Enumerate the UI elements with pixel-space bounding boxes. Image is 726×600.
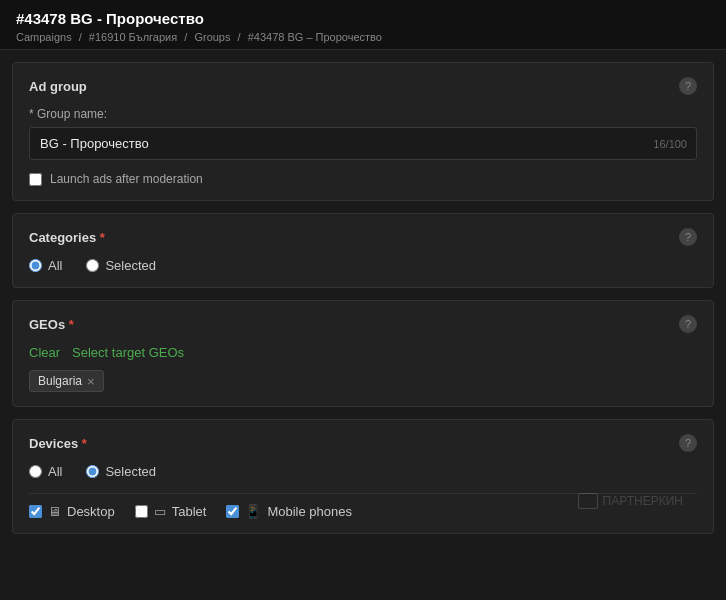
devices-section-header: Devices * ? — [29, 434, 697, 452]
categories-info-icon[interactable]: ? — [679, 228, 697, 246]
desktop-label: Desktop — [67, 504, 115, 519]
mobile-label: Mobile phones — [267, 504, 352, 519]
geo-tag-bulgaria-close[interactable]: × — [87, 375, 95, 388]
group-name-input[interactable] — [29, 127, 697, 160]
tablet-label: Tablet — [172, 504, 207, 519]
adgroup-section-header: Ad group ? — [29, 77, 697, 95]
devices-info-icon[interactable]: ? — [679, 434, 697, 452]
devices-selected-label: Selected — [105, 464, 156, 479]
geos-clear-link[interactable]: Clear — [29, 345, 60, 360]
launch-after-moderation-label[interactable]: Launch ads after moderation — [50, 172, 203, 186]
launch-after-moderation-row: Launch ads after moderation — [29, 172, 697, 186]
geos-select-link[interactable]: Select target GEOs — [72, 345, 184, 360]
char-count: 16/100 — [653, 138, 687, 150]
categories-section-title: Categories * — [29, 230, 105, 245]
categories-section: Categories * ? All Selected — [12, 213, 714, 288]
geos-section-title: GEOs * — [29, 317, 74, 332]
page-title: #43478 BG - Пророчество — [16, 10, 710, 27]
device-desktop-checkbox[interactable] — [29, 505, 42, 518]
watermark: ПАРТНЕРКИН — [578, 493, 683, 509]
categories-all-radio[interactable] — [29, 259, 42, 272]
devices-selected-radio[interactable] — [86, 465, 99, 478]
adgroup-section-title: Ad group — [29, 79, 87, 94]
group-name-wrapper: 16/100 — [29, 127, 697, 160]
device-tablet-checkbox[interactable] — [135, 505, 148, 518]
devices-section: Devices * ? All Selected 🖥 Desktop ▭ Tab… — [12, 419, 714, 534]
adgroup-info-icon[interactable]: ? — [679, 77, 697, 95]
devices-all-radio[interactable] — [29, 465, 42, 478]
tablet-icon: ▭ — [154, 504, 166, 519]
desktop-icon: 🖥 — [48, 504, 61, 519]
categories-selected-radio[interactable] — [86, 259, 99, 272]
page-header: #43478 BG - Пророчество Campaigns / #169… — [0, 0, 726, 50]
devices-radio-group: All Selected — [29, 464, 697, 479]
geos-section: GEOs * ? Clear Select target GEOs Bulgar… — [12, 300, 714, 407]
mobile-icon: 📱 — [245, 504, 261, 519]
group-name-label: * Group name: — [29, 107, 697, 121]
breadcrumb-campaigns[interactable]: Campaigns — [16, 31, 72, 43]
device-tablet[interactable]: ▭ Tablet — [135, 504, 207, 519]
categories-radio-group: All Selected — [29, 258, 697, 273]
geos-section-header: GEOs * ? — [29, 315, 697, 333]
device-mobile[interactable]: 📱 Mobile phones — [226, 504, 352, 519]
breadcrumb-groups[interactable]: Groups — [194, 31, 230, 43]
required-star: * — [29, 107, 37, 121]
adgroup-section: Ad group ? * Group name: 16/100 Launch a… — [12, 62, 714, 201]
device-mobile-checkbox[interactable] — [226, 505, 239, 518]
categories-selected-option[interactable]: Selected — [86, 258, 156, 273]
categories-all-option[interactable]: All — [29, 258, 62, 273]
device-checkboxes-row: 🖥 Desktop ▭ Tablet 📱 Mobile phones ПАРТН… — [29, 504, 697, 519]
categories-all-label: All — [48, 258, 62, 273]
devices-selected-option[interactable]: Selected — [86, 464, 156, 479]
breadcrumb: Campaigns / #16910 България / Groups / #… — [16, 31, 710, 43]
breadcrumb-current[interactable]: #43478 BG – Пророчество — [248, 31, 382, 43]
geo-actions: Clear Select target GEOs — [29, 345, 697, 360]
devices-all-label: All — [48, 464, 62, 479]
geo-tag-bulgaria: Bulgaria × — [29, 370, 104, 392]
breadcrumb-group[interactable]: #16910 България — [89, 31, 177, 43]
device-desktop[interactable]: 🖥 Desktop — [29, 504, 115, 519]
watermark-icon — [578, 493, 598, 509]
categories-selected-label: Selected — [105, 258, 156, 273]
categories-section-header: Categories * ? — [29, 228, 697, 246]
watermark-text: ПАРТНЕРКИН — [603, 494, 683, 508]
geo-tags-row: Bulgaria × — [29, 370, 697, 392]
launch-after-moderation-checkbox[interactable] — [29, 173, 42, 186]
devices-all-option[interactable]: All — [29, 464, 62, 479]
geo-tag-bulgaria-label: Bulgaria — [38, 374, 82, 388]
geos-info-icon[interactable]: ? — [679, 315, 697, 333]
devices-section-title: Devices * — [29, 436, 87, 451]
